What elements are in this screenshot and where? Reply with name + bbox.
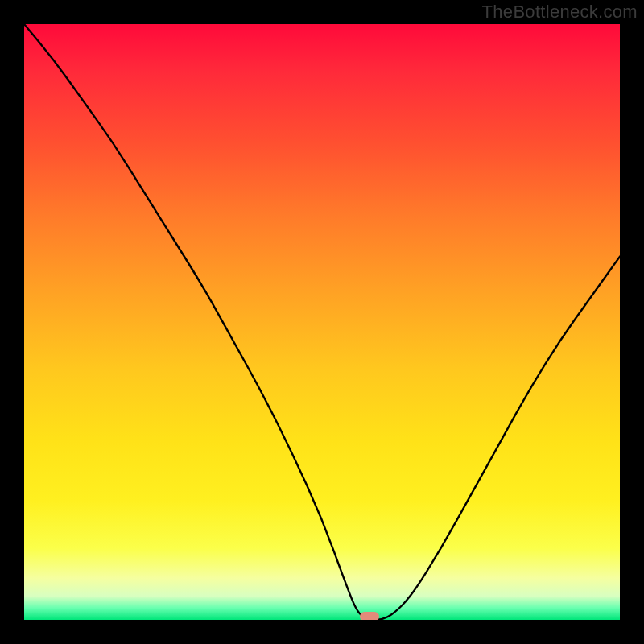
- optimal-point-marker: [360, 612, 379, 620]
- bottleneck-curve: [24, 24, 620, 620]
- watermark-text: TheBottleneck.com: [482, 2, 638, 23]
- chart-frame: TheBottleneck.com: [0, 0, 644, 644]
- plot-area: [24, 24, 620, 620]
